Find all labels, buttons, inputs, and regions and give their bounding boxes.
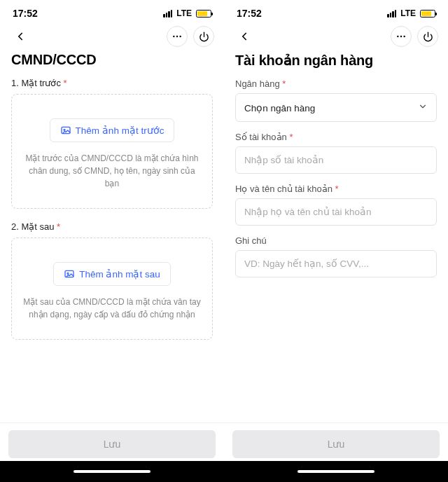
holder-input[interactable]: [235, 198, 437, 226]
home-indicator: [298, 470, 374, 473]
add-back-photo-button[interactable]: Thêm ảnh mặt sau: [53, 262, 171, 286]
account-label: Số tài khoản *: [235, 132, 437, 142]
back-button[interactable]: [10, 26, 31, 47]
status-indicators: LTE ⚡: [163, 8, 211, 18]
page-title: Tài khoản ngân hàng: [235, 52, 437, 69]
page-title: CMND/CCCD: [11, 52, 213, 68]
svg-point-8: [397, 36, 398, 37]
image-add-icon: [64, 268, 75, 280]
svg-point-7: [67, 273, 69, 274]
back-label: 2. Mặt sau *: [11, 221, 213, 232]
svg-point-10: [403, 36, 405, 37]
screen-id-card: 17:52 LTE ⚡ CMND/CCCD 1. Mặt tr: [0, 0, 224, 482]
add-front-photo-button[interactable]: Thêm ảnh mặt trước: [50, 118, 175, 142]
image-add-icon: [60, 125, 71, 136]
svg-point-0: [173, 36, 174, 37]
save-button[interactable]: Lưu: [8, 430, 216, 458]
status-time: 17:52: [13, 8, 38, 19]
signal-icon: [163, 10, 172, 18]
chevron-down-icon: [418, 102, 428, 113]
bank-label: Ngân hàng *: [235, 78, 437, 89]
more-button[interactable]: [391, 26, 412, 47]
battery-icon: ⚡: [420, 10, 435, 18]
note-label: Ghi chú: [235, 235, 437, 246]
bottom-bar: [0, 461, 224, 482]
front-upload-card: Thêm ảnh mặt trước Mặt trước của CMND/CC…: [11, 94, 213, 209]
bank-select[interactable]: Chọn ngân hàng: [235, 93, 437, 122]
battery-icon: ⚡: [196, 10, 211, 18]
svg-point-2: [179, 36, 181, 37]
status-bar: 17:52 LTE ⚡: [224, 0, 448, 24]
screen-bank-account: 17:52 LTE ⚡ Tài khoản ngân hàng: [224, 0, 448, 482]
holder-label: Họ và tên chủ tài khoản *: [235, 184, 437, 194]
status-indicators: LTE ⚡: [387, 8, 435, 18]
nav-bar: [0, 24, 224, 52]
power-button[interactable]: [417, 26, 438, 47]
back-hint: Mặt sau của CMND/CCCD là mặt chứa vân ta…: [23, 296, 201, 321]
network-label: LTE: [176, 8, 192, 18]
front-hint: Mặt trước của CMND/CCCD là mặt chứa hình…: [23, 152, 201, 190]
bottom-bar: [224, 461, 448, 482]
nav-bar: [224, 24, 448, 52]
back-upload-card: Thêm ảnh mặt sau Mặt sau của CMND/CCCD l…: [11, 237, 213, 340]
status-bar: 17:52 LTE ⚡: [0, 0, 224, 24]
status-time: 17:52: [237, 8, 262, 19]
home-indicator: [74, 470, 150, 473]
save-button[interactable]: Lưu: [232, 430, 440, 458]
back-button[interactable]: [234, 26, 255, 47]
svg-point-9: [400, 36, 402, 37]
more-button[interactable]: [167, 26, 188, 47]
svg-point-1: [176, 36, 178, 37]
front-label: 1. Mặt trước *: [11, 78, 213, 88]
note-input[interactable]: [235, 250, 437, 277]
signal-icon: [387, 10, 396, 18]
network-label: LTE: [400, 8, 416, 18]
account-input[interactable]: [235, 146, 437, 174]
power-button[interactable]: [193, 26, 214, 47]
svg-point-5: [64, 129, 65, 130]
